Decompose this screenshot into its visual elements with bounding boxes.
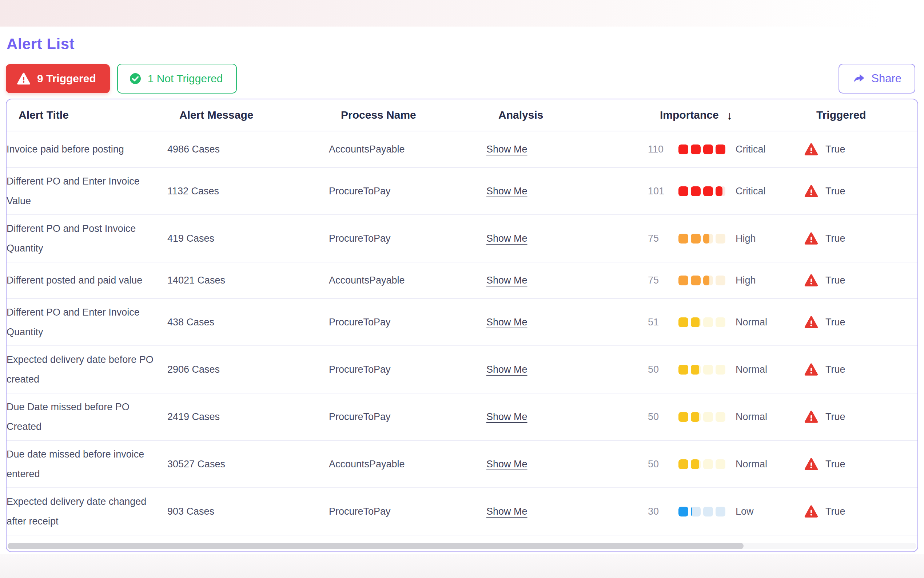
- importance-value: 75: [648, 233, 678, 244]
- not-triggered-filter-button[interactable]: 1 Not Triggered: [117, 64, 237, 94]
- column-header-alert-title: Alert Title: [19, 109, 180, 121]
- process-name-cell: ProcureToPay: [329, 233, 486, 244]
- alert-message-cell: 14021 Cases: [167, 275, 329, 286]
- column-header-alert-message: Alert Message: [180, 109, 341, 121]
- importance-cell: 110 Critical: [648, 144, 804, 155]
- triggered-cell: True: [804, 274, 918, 287]
- analysis-cell: Show Me: [486, 186, 648, 197]
- alert-title-cell: Different PO and Enter Invoice Value: [6, 171, 167, 211]
- importance-meter: [678, 234, 725, 244]
- importance-level-label: Normal: [736, 317, 767, 328]
- importance-value: 50: [648, 411, 678, 422]
- importance-meter: [678, 459, 725, 469]
- analysis-cell: Show Me: [486, 364, 648, 375]
- importance-value: 50: [648, 364, 678, 375]
- alert-title-cell: Expected delivery date changed after rec…: [6, 492, 167, 531]
- analysis-cell: Show Me: [486, 459, 648, 470]
- triggered-cell: True: [804, 458, 918, 471]
- show-me-link[interactable]: Show Me: [486, 364, 528, 375]
- alert-triangle-icon: [804, 143, 818, 156]
- horizontal-scrollbar-thumb[interactable]: [8, 543, 744, 549]
- importance-value: 50: [648, 459, 678, 470]
- alert-triangle-icon: [804, 458, 818, 471]
- show-me-link[interactable]: Show Me: [486, 411, 528, 422]
- table-row: Different PO and Post Invoice Quantity 4…: [6, 215, 918, 262]
- alert-title-cell: Due date missed before invoice entered: [6, 445, 167, 484]
- summary-toolbar: 9 Triggered 1 Not Triggered Share: [6, 64, 915, 94]
- alert-title-cell: Different posted and paid value: [6, 270, 167, 290]
- alert-title-cell: Expected delivery date before PO created: [6, 350, 167, 389]
- importance-meter: [678, 412, 725, 422]
- triggered-value: True: [825, 459, 845, 470]
- triggered-cell: True: [804, 232, 918, 245]
- importance-value: 51: [648, 317, 678, 328]
- show-me-link[interactable]: Show Me: [486, 459, 528, 469]
- importance-value: 110: [648, 144, 678, 155]
- alert-triangle-icon: [804, 185, 818, 198]
- page-title: Alert List: [6, 35, 924, 53]
- table-row: Expected delivery date before PO created…: [6, 346, 918, 393]
- table-body: Invoice paid before posting 4986 Cases A…: [6, 132, 918, 536]
- triggered-value: True: [825, 186, 845, 197]
- column-header-importance-label: Importance: [660, 109, 719, 121]
- importance-level-label: Normal: [736, 364, 767, 375]
- triggered-value: True: [825, 275, 845, 286]
- importance-value: 101: [648, 186, 678, 197]
- alert-triangle-icon: [804, 363, 818, 376]
- alert-title-cell: Invoice paid before posting: [6, 140, 167, 159]
- importance-cell: 51 Normal: [648, 317, 804, 328]
- process-name-cell: ProcureToPay: [329, 364, 486, 375]
- triggered-cell: True: [804, 185, 918, 198]
- importance-cell: 50 Normal: [648, 459, 804, 470]
- analysis-cell: Show Me: [486, 506, 648, 517]
- alert-triangle-icon: [804, 232, 818, 245]
- triggered-value: True: [825, 233, 845, 244]
- show-me-link[interactable]: Show Me: [486, 275, 528, 286]
- importance-level-label: Critical: [736, 186, 766, 197]
- importance-meter: [678, 144, 725, 154]
- table-row: Different posted and paid value 14021 Ca…: [6, 262, 918, 299]
- show-me-link[interactable]: Show Me: [486, 317, 528, 328]
- share-forward-icon: [852, 73, 866, 84]
- column-header-importance[interactable]: Importance ↓: [660, 109, 816, 122]
- importance-level-label: Low: [736, 506, 754, 517]
- column-header-process-name: Process Name: [341, 109, 498, 121]
- bottom-gradient-band: [0, 554, 924, 578]
- show-me-link[interactable]: Show Me: [486, 233, 528, 244]
- importance-value: 30: [648, 506, 678, 517]
- show-me-link[interactable]: Show Me: [486, 186, 528, 196]
- triggered-filter-label: 9 Triggered: [37, 72, 96, 85]
- triggered-cell: True: [804, 316, 918, 329]
- importance-cell: 101 Critical: [648, 186, 804, 197]
- not-triggered-filter-label: 1 Not Triggered: [148, 72, 223, 85]
- importance-meter: [678, 186, 725, 196]
- analysis-cell: Show Me: [486, 233, 648, 244]
- alert-message-cell: 2906 Cases: [167, 364, 329, 375]
- analysis-cell: Show Me: [486, 317, 648, 328]
- alert-message-cell: 419 Cases: [167, 233, 329, 244]
- alert-message-cell: 903 Cases: [167, 506, 329, 517]
- analysis-cell: Show Me: [486, 275, 648, 286]
- importance-level-label: Normal: [736, 411, 767, 422]
- triggered-value: True: [825, 411, 845, 422]
- table-row: Different PO and Enter Invoice Quantity …: [6, 299, 918, 346]
- table-header-row: Alert Title Alert Message Process Name A…: [6, 99, 918, 132]
- table-row: Expected delivery date changed after rec…: [6, 488, 918, 536]
- alert-triangle-icon: [804, 505, 818, 518]
- triggered-filter-button[interactable]: 9 Triggered: [6, 64, 110, 93]
- top-gradient-band: [0, 0, 924, 27]
- process-name-cell: ProcureToPay: [329, 411, 486, 422]
- column-header-triggered: Triggered: [816, 109, 918, 121]
- share-button[interactable]: Share: [838, 64, 915, 94]
- warning-triangle-icon: [17, 72, 31, 85]
- table-row: Invoice paid before posting 4986 Cases A…: [6, 132, 918, 168]
- show-me-link[interactable]: Show Me: [486, 144, 528, 155]
- triggered-value: True: [825, 317, 845, 328]
- alert-message-cell: 1132 Cases: [167, 186, 329, 197]
- importance-cell: 50 Normal: [648, 411, 804, 422]
- process-name-cell: AccountsPayable: [329, 459, 486, 470]
- sort-descending-icon: ↓: [727, 109, 733, 122]
- horizontal-scrollbar-track[interactable]: [8, 543, 916, 549]
- triggered-value: True: [825, 144, 845, 155]
- show-me-link[interactable]: Show Me: [486, 506, 528, 517]
